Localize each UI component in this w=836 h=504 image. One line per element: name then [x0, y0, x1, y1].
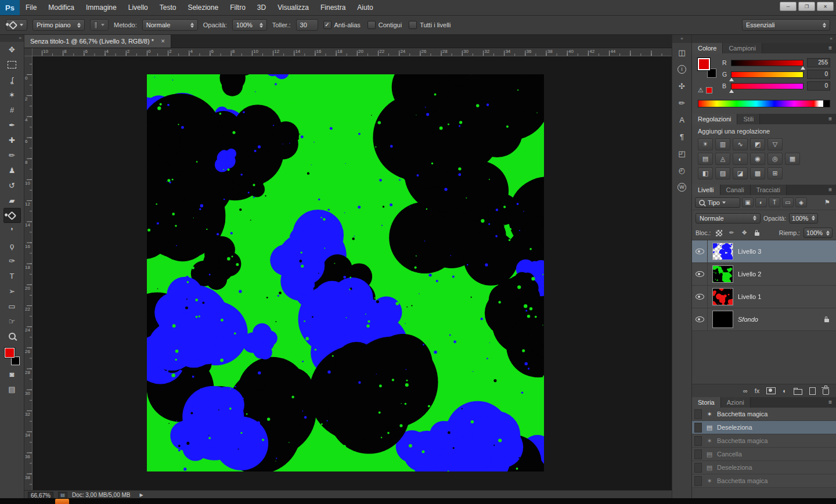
gradient-map-icon[interactable]: ▩	[750, 167, 765, 179]
history-source-checkbox[interactable]	[694, 423, 702, 433]
dock-collapse-button[interactable]: «	[672, 35, 691, 43]
levels-icon[interactable]: ▥	[715, 138, 730, 150]
layer-thumbnail[interactable]	[712, 311, 733, 328]
layer-name[interactable]: Livello 3	[738, 248, 761, 255]
brush-presets-panel-icon[interactable]: ✏	[674, 95, 690, 110]
menu-testo[interactable]: Testo	[154, 0, 182, 15]
layer-filter-toggle-icon[interactable]: ⚑	[821, 197, 833, 207]
move-tool[interactable]: ✥	[3, 42, 21, 57]
add-layer-mask-icon[interactable]	[766, 387, 776, 394]
brush-tool[interactable]: ✏	[3, 147, 21, 163]
paint-bucket-tool[interactable]	[3, 208, 21, 223]
healing-brush-tool[interactable]: ✚	[3, 132, 21, 147]
tab-storia[interactable]: Storia	[692, 397, 721, 408]
menu-finestra[interactable]: Finestra	[315, 0, 351, 15]
history-step-1[interactable]: ✶Bacchetta magica	[692, 408, 836, 421]
eyedropper-tool[interactable]: ✒	[3, 117, 21, 132]
slider-thumb-icon[interactable]	[729, 78, 734, 81]
history-panel-menu-icon[interactable]: ≡	[824, 397, 836, 408]
pattern-picker[interactable]	[90, 19, 109, 31]
menu-3d[interactable]: 3D	[251, 0, 272, 15]
channel-b-slider[interactable]	[731, 83, 803, 89]
tab-livelli[interactable]: Livelli	[692, 185, 720, 195]
brightness-contrast-icon[interactable]: ☀	[698, 138, 713, 150]
menu-selezione[interactable]: Selezione	[182, 0, 224, 15]
layer-row-3[interactable]: Livello 1	[692, 286, 836, 308]
close-button[interactable]: ✕	[817, 2, 834, 11]
paragraph-panel-icon[interactable]: ¶	[674, 129, 690, 144]
histogram-panel-icon[interactable]: ◫	[674, 45, 690, 60]
black-white-icon[interactable]: ◐	[733, 153, 748, 165]
filter-shape-layers-icon[interactable]: ▭	[782, 197, 794, 207]
link-layers-icon[interactable]: ∞	[743, 388, 748, 394]
crop-tool[interactable]: #	[3, 102, 21, 117]
channel-b-value[interactable]: 0	[807, 81, 830, 91]
blend-mode-select[interactable]: Normale	[696, 213, 761, 224]
history-step-6[interactable]: ✶Bacchetta magica	[692, 474, 836, 488]
channel-r-value[interactable]: 255	[807, 58, 830, 67]
layer-opacity-select[interactable]: 100%	[789, 213, 818, 224]
pen-tool[interactable]: ✑	[3, 253, 21, 268]
color-panel-menu-icon[interactable]: ≡	[824, 43, 836, 53]
horizontal-ruler[interactable]: 1086420246810121416182022242628303234363…	[33, 48, 672, 56]
workspace-switcher[interactable]: Essenziali	[742, 19, 830, 31]
exposure-icon[interactable]: ◩	[750, 138, 765, 150]
threshold-icon[interactable]: ◪	[733, 167, 748, 179]
menu-filtro[interactable]: Filtro	[224, 0, 251, 15]
foreground-background-swatches[interactable]	[3, 348, 21, 365]
checkbox-tutti-i-livelli[interactable]: Tutti i livelli	[409, 21, 451, 29]
menu-immagine[interactable]: Immagine	[80, 0, 122, 15]
filter-adjustment-layers-icon[interactable]: ◐	[755, 197, 767, 207]
layer-effects-icon[interactable]: fx	[755, 388, 760, 394]
history-step-3[interactable]: ✶Bacchetta magica	[692, 434, 836, 448]
tab-canali[interactable]: Canali	[720, 185, 751, 195]
layer-row-1[interactable]: Livello 3	[692, 240, 836, 263]
history-step-2[interactable]: ▤Deseleziona	[692, 421, 836, 434]
tab-campioni[interactable]: Campioni	[723, 43, 762, 53]
tool-presets-panel-icon[interactable]: ✣	[674, 78, 690, 93]
history-step-5[interactable]: ▤Deseleziona	[692, 461, 836, 474]
posterize-icon[interactable]: ▨	[715, 167, 730, 179]
document-canvas[interactable]	[147, 74, 544, 471]
document-tab[interactable]: Senza titolo-1 @ 66,7% (Livello 3, RGB/8…	[24, 35, 171, 48]
layer-thumbnail[interactable]	[712, 243, 733, 260]
clone-stamp-tool[interactable]: ♟	[3, 163, 21, 178]
path-selection-tool[interactable]: ➢	[3, 283, 21, 298]
color-panel-swatches[interactable]	[698, 58, 718, 78]
new-group-icon[interactable]	[794, 389, 802, 395]
history-source-checkbox[interactable]	[694, 436, 702, 446]
delete-layer-icon[interactable]	[823, 388, 829, 395]
canvas-viewport[interactable]	[33, 56, 672, 490]
layer-filter-select[interactable]: Tipo	[695, 197, 740, 208]
curves-icon[interactable]: ∿	[733, 138, 748, 150]
tab-close-icon[interactable]: ✕	[161, 38, 165, 44]
hue-saturation-icon[interactable]: ▤	[698, 153, 713, 165]
tab-colore[interactable]: Colore	[692, 43, 723, 53]
vibrance-icon[interactable]: ▽	[767, 138, 783, 150]
restore-button[interactable]: ❐	[798, 2, 815, 11]
menu-aiuto[interactable]: Aiuto	[351, 0, 379, 15]
screen-mode-button[interactable]: ▤	[3, 381, 21, 397]
toolbar-collapse-button[interactable]: »	[0, 35, 24, 42]
lasso-tool[interactable]: ʆ	[3, 72, 21, 87]
wacom-panel-icon[interactable]: W	[674, 179, 690, 195]
blend-mode-options-select[interactable]: Normale	[142, 19, 198, 31]
new-adjustment-layer-icon[interactable]: ◐	[783, 388, 787, 394]
invert-icon[interactable]: ◧	[698, 167, 713, 179]
tab-regolazioni[interactable]: Regolazioni	[692, 114, 737, 124]
tab-stili[interactable]: Stili	[737, 114, 760, 124]
lock-position-icon[interactable]: ✥	[740, 228, 749, 237]
history-source-checkbox[interactable]	[694, 476, 702, 486]
new-layer-icon[interactable]	[809, 387, 816, 395]
status-menu-arrow-icon[interactable]: ▶	[140, 492, 143, 498]
ruler-corner[interactable]	[24, 48, 33, 56]
zoom-level-field[interactable]: 66,67%	[28, 492, 53, 499]
lock-transparent-pixels-icon[interactable]	[714, 228, 723, 237]
layer-fill-select[interactable]: 100%	[803, 228, 833, 238]
lock-all-icon[interactable]	[752, 228, 762, 237]
history-source-checkbox[interactable]	[694, 449, 702, 459]
taskbar-app-icon[interactable]	[55, 499, 69, 504]
layer-visibility-toggle[interactable]	[692, 240, 708, 262]
layers-panel-menu-icon[interactable]: ≡	[824, 185, 836, 195]
gamut-warning-icon[interactable]: ⚠	[698, 87, 704, 94]
